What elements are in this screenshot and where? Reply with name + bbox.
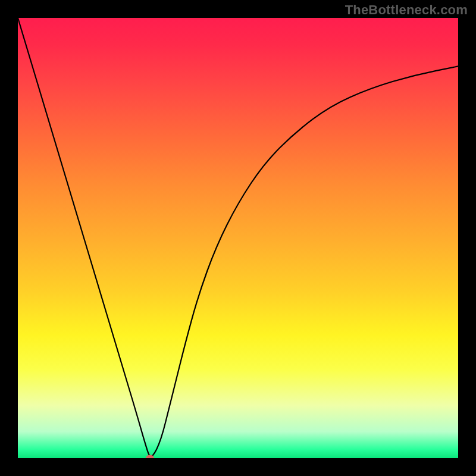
watermark-text: TheBottleneck.com [345,2,468,18]
chart-curve [18,18,458,458]
chart-curve-path [18,18,458,456]
chart-plot-area [18,18,458,458]
chart-marker-dot [146,455,154,459]
